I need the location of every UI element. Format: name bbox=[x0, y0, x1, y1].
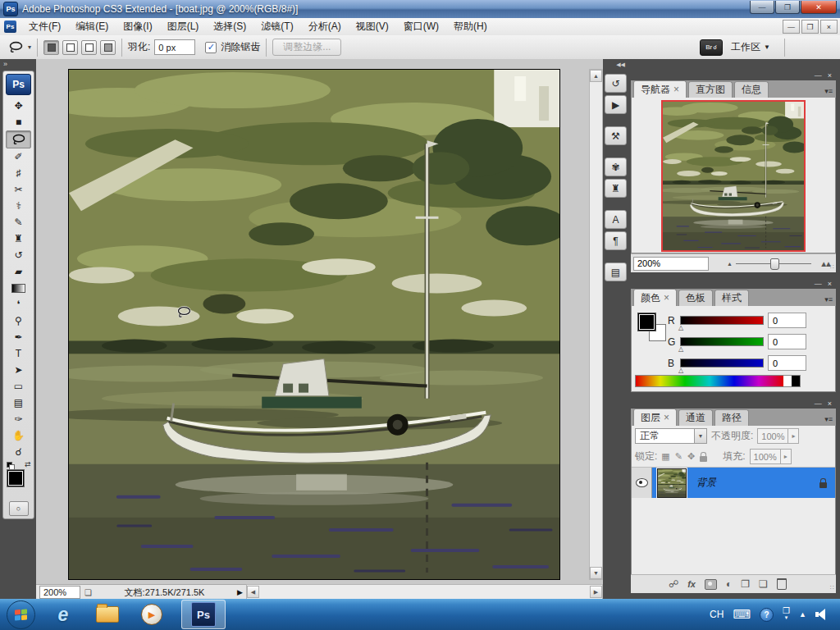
tool-healing-brush[interactable]: ⚕ bbox=[7, 198, 30, 214]
menu-edit[interactable]: 编辑(E) bbox=[68, 18, 116, 35]
scroll-down-icon[interactable]: ▼ bbox=[590, 567, 602, 579]
green-slider[interactable]: △ bbox=[680, 337, 764, 346]
character-panel-button[interactable]: A bbox=[605, 210, 627, 229]
panel-close-icon[interactable]: × bbox=[828, 71, 832, 80]
taskbar-file-explorer[interactable] bbox=[91, 600, 124, 628]
black-chip[interactable] bbox=[792, 376, 800, 386]
vertical-scrollbar[interactable]: ▲ ▼ bbox=[589, 69, 603, 580]
brushes-panel-button[interactable]: ✾ bbox=[605, 158, 627, 176]
lock-all-icon[interactable] bbox=[700, 456, 707, 462]
tray-window-icon[interactable]: ❐ ▾ bbox=[783, 608, 790, 621]
panel-minimize-icon[interactable]: — bbox=[815, 399, 822, 408]
navigator-proxy-view[interactable] bbox=[661, 100, 806, 252]
add-layer-mask-icon[interactable] bbox=[705, 579, 717, 590]
tool-clone-stamp[interactable]: ♜ bbox=[7, 231, 30, 247]
zoom-out-icon[interactable]: ▲ bbox=[727, 261, 733, 267]
resize-grip[interactable]: ∷ bbox=[830, 584, 834, 591]
panel-close-icon[interactable]: × bbox=[828, 399, 832, 408]
actions-panel-button[interactable]: ▶ bbox=[605, 95, 627, 114]
adjustment-layer-icon[interactable]: ◐ bbox=[726, 578, 732, 590]
tool-preset-picker[interactable]: ▾ bbox=[7, 41, 31, 54]
dock-expand-handle[interactable]: ◀◀ bbox=[603, 59, 628, 71]
tool-type[interactable]: T bbox=[7, 345, 30, 362]
spinner-icon[interactable]: ▸ bbox=[788, 429, 798, 443]
history-panel-button[interactable]: ↺ bbox=[605, 74, 627, 93]
default-colors-icon[interactable] bbox=[7, 462, 14, 468]
tool-blur[interactable]: ❛ bbox=[7, 296, 30, 313]
scroll-up-icon[interactable]: ▲ bbox=[590, 70, 602, 82]
tool-presets-panel-button[interactable]: ⚒ bbox=[605, 126, 627, 145]
resize-grip[interactable]: ∷ bbox=[830, 263, 834, 271]
page-setup-icon[interactable]: ❏ bbox=[84, 588, 92, 597]
tool-lasso[interactable] bbox=[6, 130, 31, 148]
start-button[interactable] bbox=[7, 600, 35, 629]
language-indicator[interactable]: CH bbox=[710, 609, 724, 620]
panel-menu-icon[interactable]: ▾≡ bbox=[824, 415, 833, 423]
horizontal-scrollbar[interactable]: ◀ ▶ bbox=[246, 584, 603, 600]
panel-menu-icon[interactable]: ▾≡ bbox=[824, 295, 833, 304]
menu-analysis[interactable]: 分析(A) bbox=[301, 18, 349, 35]
lock-transparency-icon[interactable]: ▦ bbox=[661, 451, 669, 462]
tool-rectangular-marquee[interactable]: ■ bbox=[7, 114, 30, 130]
keyboard-icon[interactable]: ⌨ bbox=[733, 607, 751, 622]
tool-path-selection[interactable]: ➤ bbox=[7, 362, 30, 378]
blue-value-input[interactable]: 0 bbox=[768, 355, 806, 371]
menu-window[interactable]: 窗口(W) bbox=[396, 18, 446, 35]
tab-swatches[interactable]: 色板 bbox=[678, 290, 713, 306]
window-restore-button[interactable]: ❐ bbox=[775, 1, 800, 14]
blend-mode-dropdown[interactable]: 正常 ▾ bbox=[635, 428, 707, 444]
menu-layer[interactable]: 图层(L) bbox=[160, 18, 207, 35]
tab-color[interactable]: 颜色 × bbox=[633, 289, 677, 306]
new-layer-icon[interactable]: ❏ bbox=[759, 578, 768, 590]
status-zoom-input[interactable]: 200% bbox=[39, 586, 80, 599]
blue-slider[interactable]: △ bbox=[680, 358, 764, 368]
go-to-bridge-button[interactable]: Br☌ bbox=[700, 39, 723, 56]
tab-layers[interactable]: 图层 × bbox=[633, 409, 677, 426]
spinner-icon[interactable]: ▸ bbox=[780, 450, 791, 463]
fill-input[interactable]: 100% ▸ bbox=[750, 449, 792, 464]
taskbar-media-player[interactable]: ▶ bbox=[135, 600, 168, 628]
delete-layer-icon[interactable] bbox=[777, 578, 787, 590]
menu-image[interactable]: 图像(I) bbox=[116, 18, 159, 35]
tab-info[interactable]: 信息 bbox=[734, 81, 769, 98]
paragraph-panel-button[interactable]: ¶ bbox=[605, 231, 627, 250]
menu-select[interactable]: 选择(S) bbox=[206, 18, 253, 35]
tool-shape[interactable]: ▭ bbox=[7, 378, 30, 395]
layer-row-background[interactable]: 背景 bbox=[632, 468, 835, 498]
tab-paths[interactable]: 路径 bbox=[714, 409, 749, 426]
panel-close-icon[interactable]: × bbox=[828, 280, 832, 288]
panel-menu-icon[interactable]: ▾≡ bbox=[824, 87, 833, 95]
scroll-left-icon[interactable]: ◀ bbox=[247, 586, 259, 598]
slider-marker-icon[interactable]: △ bbox=[678, 324, 683, 331]
tool-hand[interactable]: ✋ bbox=[7, 427, 30, 444]
new-group-icon[interactable]: ❐ bbox=[741, 578, 750, 590]
rainbow-ramp[interactable] bbox=[636, 376, 783, 386]
lock-position-icon[interactable]: ✥ bbox=[687, 451, 695, 462]
document-close-button[interactable]: × bbox=[820, 20, 838, 34]
help-icon[interactable]: ? bbox=[760, 608, 774, 622]
lock-paint-icon[interactable]: ✎ bbox=[675, 451, 682, 462]
navigator-zoom-slider[interactable] bbox=[736, 263, 811, 264]
green-value-input[interactable]: 0 bbox=[768, 334, 806, 349]
layer-style-icon[interactable]: fx bbox=[687, 579, 696, 589]
document-minimize-button[interactable]: — bbox=[783, 20, 800, 34]
layer-thumbnail[interactable] bbox=[657, 468, 687, 498]
canvas[interactable] bbox=[68, 69, 560, 580]
tab-channels[interactable]: 通道 bbox=[678, 409, 713, 426]
foreground-color-swatch[interactable] bbox=[637, 313, 656, 331]
window-minimize-button[interactable]: — bbox=[750, 1, 774, 14]
document-restore-button[interactable]: ❐ bbox=[801, 20, 819, 34]
color-spectrum-ramp[interactable] bbox=[635, 375, 801, 387]
tool-gradient[interactable] bbox=[7, 280, 30, 296]
tool-move[interactable]: ✥ bbox=[7, 98, 30, 114]
feather-input[interactable]: 0 px bbox=[154, 39, 195, 55]
show-hidden-icons[interactable]: ▲ bbox=[799, 610, 806, 619]
slider-marker-icon[interactable]: △ bbox=[678, 345, 683, 353]
menu-file[interactable]: 文件(F) bbox=[21, 18, 68, 35]
layer-comps-panel-button[interactable]: ▤ bbox=[605, 262, 627, 281]
red-slider[interactable]: △ bbox=[680, 316, 764, 325]
tool-quick-selection[interactable]: ✐ bbox=[7, 148, 30, 165]
tab-histogram[interactable]: 直方图 bbox=[688, 81, 733, 98]
visibility-toggle[interactable] bbox=[632, 468, 652, 498]
navigator-zoom-input[interactable]: 200% bbox=[633, 257, 709, 271]
